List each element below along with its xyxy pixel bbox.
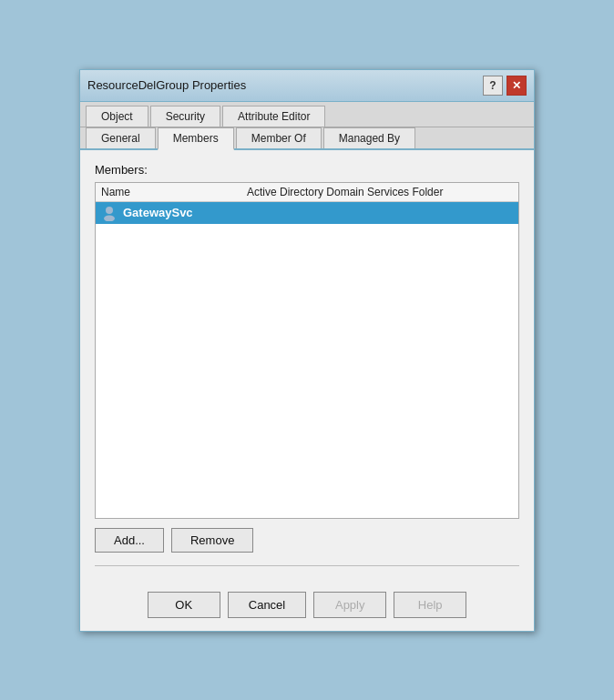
tab-security[interactable]: Security: [150, 106, 220, 127]
action-buttons: Add... Remove: [95, 528, 519, 558]
member-name: GatewaySvc: [123, 206, 193, 219]
ok-button[interactable]: OK: [148, 592, 220, 618]
tab-members[interactable]: Members: [158, 127, 234, 150]
name-column-header: Name: [101, 186, 247, 198]
members-label: Members:: [95, 163, 519, 177]
add-button[interactable]: Add...: [95, 528, 164, 553]
main-content: Members: Name Active Directory Domain Se…: [80, 150, 534, 583]
members-list[interactable]: Name Active Directory Domain Services Fo…: [95, 182, 519, 519]
title-bar-buttons: ? ✕: [483, 76, 527, 96]
member-row[interactable]: GatewaySvc: [96, 202, 518, 224]
svg-point-0: [106, 207, 113, 214]
tab-general[interactable]: General: [86, 127, 156, 148]
footer: OK Cancel Apply Help: [80, 583, 534, 631]
tab-object[interactable]: Object: [86, 106, 148, 127]
user-icon: [101, 205, 118, 221]
cancel-button[interactable]: Cancel: [228, 592, 306, 618]
title-bar: ResourceDelGroup Properties ? ✕: [80, 70, 534, 102]
tab-member-of[interactable]: Member Of: [236, 127, 322, 148]
dialog-window: ResourceDelGroup Properties ? ✕ Object S…: [79, 69, 535, 632]
folder-column-header: Active Directory Domain Services Folder: [247, 186, 443, 198]
tab-row-1: Object Security Attribute Editor: [80, 102, 534, 127]
tab-attribute-editor[interactable]: Attribute Editor: [222, 106, 325, 127]
dialog-title: ResourceDelGroup Properties: [87, 78, 246, 92]
help-footer-button[interactable]: Help: [394, 592, 466, 618]
apply-button[interactable]: Apply: [313, 592, 386, 618]
close-button[interactable]: ✕: [507, 76, 527, 96]
tab-managed-by[interactable]: Managed By: [323, 127, 415, 148]
tab-row-2: General Members Member Of Managed By: [80, 127, 534, 150]
remove-button[interactable]: Remove: [171, 528, 253, 553]
svg-point-1: [104, 215, 115, 221]
help-button[interactable]: ?: [483, 76, 503, 96]
divider: [95, 565, 519, 566]
list-header: Name Active Directory Domain Services Fo…: [96, 183, 518, 202]
